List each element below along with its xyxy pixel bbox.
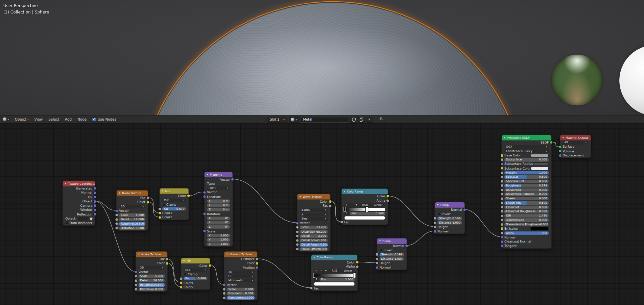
field-detail[interactable]: Detail2.000 bbox=[300, 234, 328, 238]
socket-vector[interactable] bbox=[93, 204, 97, 207]
field-scale[interactable]: Scale5.000 bbox=[138, 275, 165, 278]
socket-value[interactable] bbox=[500, 210, 504, 213]
socket-shader[interactable] bbox=[550, 141, 553, 144]
node-header[interactable]: Bump bbox=[377, 238, 406, 244]
socket-value[interactable] bbox=[500, 197, 504, 200]
delete-stop-button[interactable]: − bbox=[319, 269, 324, 273]
socket-value[interactable] bbox=[115, 222, 118, 226]
dropdown-point[interactable]: Point▾ bbox=[207, 186, 230, 190]
socket-color[interactable] bbox=[208, 264, 212, 267]
field-distortion[interactable]: Distortion68.200 bbox=[300, 230, 328, 233]
color-swatch[interactable] bbox=[314, 282, 355, 286]
socket-value[interactable] bbox=[433, 221, 437, 225]
collapse-arrow-icon[interactable] bbox=[162, 190, 164, 192]
node-mapping[interactable]: MappingVectorType:Point▾VectorLocation:X… bbox=[204, 172, 233, 247]
field-scale[interactable]: Scale23.200 bbox=[300, 226, 328, 229]
field-transmission[interactable]: Transmission0.000 bbox=[504, 218, 549, 222]
socket-value[interactable] bbox=[296, 247, 299, 251]
field-detail[interactable]: Detail16.000 bbox=[119, 218, 145, 221]
colorramp-stop[interactable] bbox=[366, 207, 368, 211]
socket-vector[interactable] bbox=[500, 162, 504, 166]
node-voronoi[interactable]: Voronoi TextureDistanceColorPosition3D▾F… bbox=[224, 251, 258, 301]
stop-position-slider[interactable]: Pos0.548 bbox=[350, 212, 385, 215]
dropdown-all[interactable]: All▾ bbox=[563, 141, 588, 144]
node-header[interactable]: Mix bbox=[181, 258, 210, 263]
socket-value[interactable] bbox=[500, 171, 504, 174]
field-detail-rough[interactable]: Detail Rough.0.500 bbox=[300, 243, 328, 246]
field-clearcoat[interactable]: Clearcoat0.000 bbox=[504, 205, 549, 209]
color-swatch[interactable] bbox=[344, 215, 385, 220]
socket-value[interactable] bbox=[329, 204, 332, 208]
socket-value[interactable] bbox=[222, 287, 226, 291]
socket-value[interactable] bbox=[500, 201, 504, 205]
field-z[interactable]: Z1.000 bbox=[207, 242, 230, 246]
field-y[interactable]: Y0° bbox=[207, 221, 230, 224]
socket-vector[interactable] bbox=[256, 266, 259, 270]
socket-value[interactable] bbox=[180, 277, 183, 280]
stop-index-field[interactable]: 1 bbox=[314, 278, 319, 281]
field-detail-scale[interactable]: Detail Scale1.000 bbox=[300, 238, 328, 242]
field-fac[interactable]: Fac0.466 bbox=[184, 277, 207, 280]
socket-color[interactable] bbox=[500, 167, 504, 170]
socket-value[interactable] bbox=[296, 234, 299, 238]
socket-vector[interactable] bbox=[93, 200, 97, 203]
node-header[interactable]: Texture Coordinate bbox=[63, 181, 95, 186]
node-header[interactable]: Bump bbox=[435, 202, 464, 208]
checkbox-clamp[interactable] bbox=[162, 203, 165, 206]
socket-value[interactable] bbox=[134, 283, 138, 287]
node-header[interactable]: Voronoi Texture bbox=[224, 252, 257, 257]
dropdown-3d[interactable]: 3D▾ bbox=[227, 270, 255, 274]
color-mode-dropdown[interactable]: RGB bbox=[328, 269, 341, 273]
collapse-arrow-icon[interactable] bbox=[119, 193, 120, 194]
dropdown-christensen-burley[interactable]: Christensen-Burley▾ bbox=[504, 149, 549, 153]
socket-vector[interactable] bbox=[93, 213, 97, 216]
socket-vector[interactable] bbox=[93, 196, 97, 199]
collapse-arrow-icon[interactable] bbox=[313, 257, 315, 258]
collapse-arrow-icon[interactable] bbox=[562, 137, 564, 138]
colorramp-gradient[interactable] bbox=[344, 207, 385, 211]
socket-value[interactable] bbox=[222, 296, 226, 300]
socket-value[interactable] bbox=[256, 257, 259, 261]
socket-vector[interactable] bbox=[500, 244, 504, 248]
socket-color[interactable] bbox=[146, 201, 150, 204]
dropdown-mix[interactable]: Mix▾ bbox=[162, 198, 186, 202]
socket-vector[interactable] bbox=[500, 240, 504, 243]
socket-value[interactable] bbox=[500, 219, 504, 222]
socket-value[interactable] bbox=[500, 180, 504, 183]
field-scale[interactable]: Scale5.000 bbox=[119, 213, 145, 217]
socket-value[interactable] bbox=[433, 225, 437, 229]
field-strength[interactable]: Strength0.198 bbox=[380, 253, 404, 256]
field-specular-tint[interactable]: Specular Tint0.000 bbox=[504, 180, 549, 183]
field-anisotropic[interactable]: Anisotropic0.000 bbox=[504, 188, 549, 192]
socket-value[interactable] bbox=[296, 226, 299, 229]
socket-vector[interactable] bbox=[296, 222, 299, 225]
color-field[interactable] bbox=[531, 167, 549, 170]
socket-vector[interactable] bbox=[203, 229, 206, 233]
collapse-arrow-icon[interactable] bbox=[437, 204, 439, 206]
collapse-arrow-icon[interactable] bbox=[138, 254, 140, 255]
socket-vector[interactable] bbox=[203, 195, 206, 198]
socket-vector[interactable] bbox=[93, 191, 97, 195]
eyedropper-icon[interactable] bbox=[90, 217, 93, 220]
field-distance[interactable]: Distance1.000 bbox=[380, 257, 404, 260]
field-x[interactable]: X0° bbox=[207, 217, 230, 220]
colorramp-stop[interactable] bbox=[313, 273, 315, 278]
socket-shader[interactable] bbox=[558, 150, 562, 153]
socket-color[interactable] bbox=[158, 211, 162, 215]
socket-vector[interactable] bbox=[231, 178, 234, 181]
field-anisotropic-rotation[interactable]: Anisotropic Rotation0.000 bbox=[504, 193, 549, 196]
field-z[interactable]: Z0° bbox=[207, 225, 230, 228]
socket-color[interactable] bbox=[166, 262, 169, 265]
dropdown-minkowski[interactable]: Minkowski▾ bbox=[227, 279, 255, 282]
socket-vector[interactable] bbox=[375, 266, 379, 269]
node-header[interactable]: Wave Texture bbox=[297, 194, 330, 200]
socket-value[interactable] bbox=[500, 193, 504, 196]
node-header[interactable]: Material Output bbox=[560, 135, 591, 141]
socket-vector[interactable] bbox=[93, 208, 97, 212]
color-field[interactable] bbox=[533, 162, 549, 166]
field-scale[interactable]: Scale2.800 bbox=[227, 287, 255, 291]
socket-value[interactable] bbox=[134, 279, 138, 282]
socket-color[interactable] bbox=[500, 227, 504, 230]
field-roughness[interactable]: Roughness0.376 bbox=[504, 184, 549, 187]
field-distortion[interactable]: Distortion0.000 bbox=[138, 287, 165, 291]
